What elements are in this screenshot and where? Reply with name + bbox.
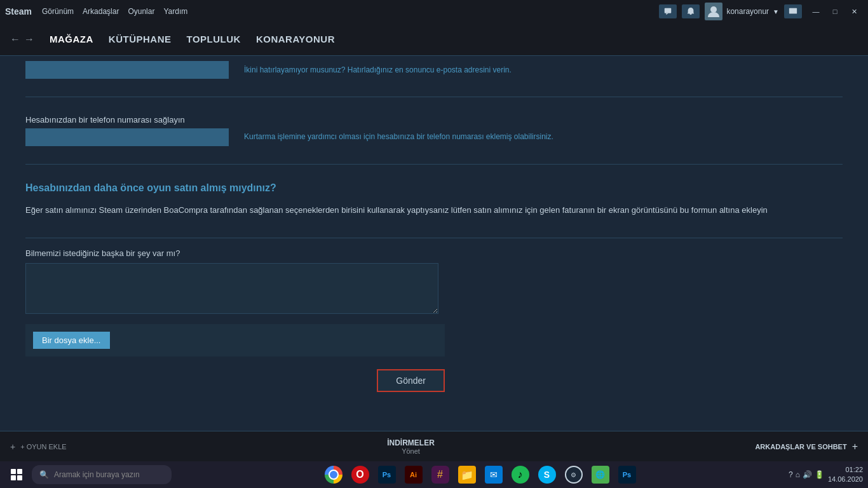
taskbar-misc[interactable]: 🌐 [588,462,613,487]
taskbar-ps2[interactable]: Ps [614,462,640,487]
sys-tray: ? ⌂ 🔊 🔋 [789,470,824,479]
chat-icon-btn[interactable] [659,4,677,18]
email-row: İkini hatırlayamıyor musunuz? Hatırladığ… [25,61,843,79]
illustrator-icon: Ai [405,466,423,484]
help-icon: ? [789,470,793,479]
add-game-button[interactable]: + + OYUN EKLE [10,442,67,452]
files-icon: 📁 [458,466,476,484]
win-controls: — □ ✕ [807,4,863,18]
search-icon: 🔍 [39,470,49,479]
slack-icon: # [431,466,449,484]
menu-oyunlar[interactable]: Oyunlar [128,7,154,16]
svg-point-2 [710,6,717,13]
start-button[interactable] [5,463,28,486]
email-hint: İkini hatırlayamıyor musunuz? Hatırladığ… [244,65,512,74]
title-bar: Steam Görünüm Arkadaşlar Oyunlar Yardım … [0,0,868,23]
phone-section: Hesabınızdan bir telefon numarası sağlay… [25,107,843,165]
taskbar-apps: O Ps Ai # 📁 ✉ ♪ S ⚙ 🌐 Ps [321,462,640,487]
phone-row: Hesabınızdan bir telefon numarası sağlay… [25,115,843,146]
nav-arrows: ← → [10,34,34,45]
attach-row: Bir dosya ekle... [25,324,445,356]
nav-topluluk[interactable]: TOPLULUK [187,34,241,44]
taskbar-steam[interactable]: ⚙ [561,462,587,487]
add-friend-icon: + [852,441,858,452]
ps2-icon: Ps [618,466,636,484]
taskbar-files[interactable]: 📁 [454,462,480,487]
nav-bar: ← → MAĞAZA KÜTÜPHANE TOPLULUK KONARAYONU… [0,23,868,56]
email-section: İkini hatırlayamıyor musunuz? Hatırladığ… [25,56,843,97]
chrome-icon [325,466,342,484]
svg-marker-1 [667,13,669,15]
taskbar-chrome[interactable] [321,462,346,487]
title-bar-left: Steam Görünüm Arkadaşlar Oyunlar Yardım [5,6,187,17]
email-input[interactable] [25,61,229,79]
phone-input[interactable] [25,128,229,146]
misc-icon: 🌐 [592,466,609,484]
taskbar-right: ? ⌂ 🔊 🔋 01:22 14.06.2020 [789,465,863,485]
friends-label: ARKADAŞLAR VE SOHBET [755,443,846,451]
additional-textarea[interactable] [25,263,438,314]
opera-icon: O [351,466,369,484]
menu-yardim[interactable]: Yardım [163,7,187,16]
phone-hint: Kurtarma işlemine yardımcı olması için h… [244,132,553,141]
message-icon-btn[interactable] [784,4,802,18]
additional-section: Bilmemizi istediğiniz başka bir şey var … [25,248,843,314]
mail-icon: ✉ [485,466,503,484]
taskbar-clock: 01:22 14.06.2020 [828,465,863,485]
purchase-section: Hesabınızdan daha önce oyun satın almış … [25,175,843,238]
taskbar-illustrator[interactable]: Ai [401,462,426,487]
taskbar: 🔍 Aramak için buraya yazın O Ps Ai # 📁 ✉… [0,461,868,488]
maximize-button[interactable]: □ [826,4,844,18]
attach-button[interactable]: Bir dosya ekle... [33,332,110,349]
minimize-button[interactable]: — [807,4,825,18]
user-dropdown-icon: ▼ [773,8,779,15]
main-content: İkini hatırlayamıyor musunuz? Hatırladığ… [0,56,868,431]
downloads-section[interactable]: İNDİRMELER Yönet [387,438,435,455]
plus-icon: + [10,442,15,452]
taskbar-spotify[interactable]: ♪ [508,462,533,487]
spotify-icon: ♪ [512,466,529,484]
forward-button[interactable]: → [24,34,34,45]
taskbar-search[interactable]: 🔍 Aramak için buraya yazın [32,465,172,484]
taskbar-slack[interactable]: # [428,462,453,487]
menu-arkadaslar[interactable]: Arkadaşlar [83,7,119,16]
close-button[interactable]: ✕ [845,4,863,18]
taskbar-left: 🔍 Aramak için buraya yazın [5,463,172,486]
volume-icon: 🔊 [803,470,812,479]
date-display: 14.06.2020 [828,475,863,484]
email-input-col [25,61,229,79]
phone-input-col: Hesabınızdan bir telefon numarası sağlay… [25,115,229,146]
taskbar-opera[interactable]: O [348,462,373,487]
friends-section[interactable]: ARKADAŞLAR VE SOHBET + [755,441,858,452]
user-section[interactable]: konarayonur ▼ [705,3,779,20]
network-icon: ⌂ [796,470,800,479]
time-display: 01:22 [828,465,863,475]
windows-icon [11,469,22,480]
title-bar-right: konarayonur ▼ — □ ✕ [659,3,863,20]
menu-gorunum[interactable]: Görünüm [42,7,74,16]
downloads-sub: Yönet [387,447,435,455]
svg-rect-0 [665,8,672,13]
skype-icon: S [538,466,556,484]
downloads-label: İNDİRMELER [387,438,435,447]
steam-logo: Steam [5,6,32,17]
additional-label: Bilmemizi istediğiniz başka bir şey var … [25,248,843,258]
back-button[interactable]: ← [10,34,20,45]
bottom-bar: + + OYUN EKLE İNDİRMELER Yönet ARKADAŞLA… [0,431,868,461]
phone-label: Hesabınızdan bir telefon numarası sağlay… [25,115,229,125]
taskbar-photoshop[interactable]: Ps [374,462,400,487]
submit-row: Gönder [25,369,445,392]
phone-hint-col: Kurtarma işlemine yardımcı olması için h… [244,115,843,142]
taskbar-skype[interactable]: S [534,462,560,487]
purchase-description: Eğer satın alımınızı Steam üzerinden Boa… [25,204,843,217]
photoshop-icon: Ps [378,466,396,484]
search-placeholder: Aramak için buraya yazın [54,470,140,479]
submit-button[interactable]: Gönder [377,369,445,392]
taskbar-mail[interactable]: ✉ [481,462,506,487]
nav-magaza[interactable]: MAĞAZA [50,34,93,44]
steam-icon: ⚙ [565,466,583,484]
nav-username[interactable]: KONARAYONUR [256,34,335,44]
nav-kutuphane[interactable]: KÜTÜPHANE [109,34,172,44]
notification-icon-btn[interactable] [682,4,700,18]
battery-icon: 🔋 [815,470,824,479]
